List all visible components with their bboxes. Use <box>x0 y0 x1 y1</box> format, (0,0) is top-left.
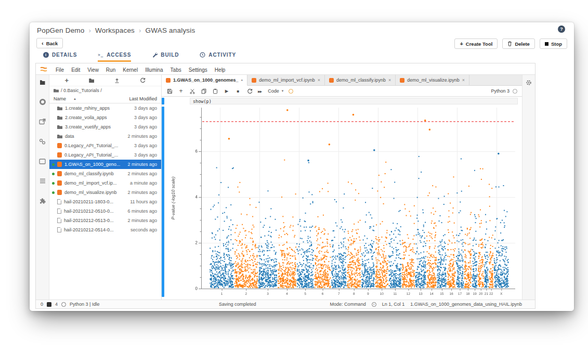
file-name: demo_ml_import_vcf.ip... <box>64 180 127 186</box>
file-row[interactable]: data2 minutes ago <box>49 132 161 141</box>
back-button[interactable]: ‹ Back <box>36 38 63 48</box>
file-modified: 2 minutes ago <box>127 171 157 176</box>
add-cell-icon[interactable]: + <box>178 88 184 94</box>
unsaved-dot-icon[interactable]: ● <box>241 79 243 82</box>
tab-build-label: BUILD <box>161 52 179 58</box>
notebook-tab[interactable]: 1.GWAS_on_1000_genomes_● <box>162 75 247 86</box>
running-kernels-icon[interactable] <box>38 98 47 106</box>
file-modified: seconds ago <box>130 227 157 232</box>
close-icon[interactable]: × <box>388 77 391 83</box>
cell-type-dropdown[interactable]: Code ▾ <box>268 88 283 94</box>
file-row[interactable]: hail-20210211-1803-0...11 hours ago <box>49 197 161 206</box>
stop-button[interactable]: Stop <box>540 38 567 49</box>
file-row[interactable]: demo_ml_classify.ipynb2 minutes ago <box>49 169 161 178</box>
breadcrumb-item[interactable]: PopGen Demo <box>37 27 85 34</box>
new-launcher-icon[interactable]: + <box>65 76 69 84</box>
file-row[interactable]: 2.create_voila_apps3 days ago <box>49 113 161 122</box>
menu-item-illumina[interactable]: Illumina <box>141 67 166 73</box>
extension-manager-icon[interactable] <box>38 197 47 205</box>
menu-item-file[interactable]: File <box>52 67 68 73</box>
left-sidebar-strip <box>36 75 49 300</box>
menu-item-settings[interactable]: Settings <box>185 67 211 73</box>
tab-build[interactable]: BUILD <box>152 52 179 62</box>
interrupt-kernel-icon[interactable]: ■ <box>235 88 241 94</box>
column-modified[interactable]: Last Modified <box>129 96 157 101</box>
file-name: 1.create_rshiny_apps <box>65 106 132 111</box>
property-inspector-icon[interactable] <box>38 137 47 146</box>
menu-item-view[interactable]: View <box>84 67 102 73</box>
notebook-tab[interactable]: demo_ml_classify.ipynb× <box>325 75 396 85</box>
running-dot-placeholder <box>52 201 55 203</box>
help-icon[interactable]: ? <box>558 25 565 33</box>
file-row[interactable]: hail-20210212-0513-0...2 minutes ago <box>49 216 161 225</box>
file-browser-header: Name ▲ Last Modified <box>49 95 161 103</box>
gear-icon[interactable] <box>525 79 533 87</box>
tab-details[interactable]: i DETAILS <box>43 52 77 62</box>
file-browser-breadcrumb[interactable]: / 0.Basic_Tutorials / <box>49 86 161 95</box>
file-browser-icon[interactable] <box>38 78 47 86</box>
close-icon[interactable]: × <box>318 77 320 83</box>
status-right: Mode: Command • Ln 1, Col 1 1.GWAS_on_10… <box>330 302 522 307</box>
menu-item-kernel[interactable]: Kernel <box>119 67 141 73</box>
table-of-contents-icon[interactable] <box>38 177 47 185</box>
info-icon: i <box>43 52 49 58</box>
right-sidebar-strip <box>522 75 535 300</box>
cut-cells-icon[interactable] <box>189 88 195 94</box>
file-row[interactable]: 1.create_rshiny_apps3 days ago <box>49 103 161 113</box>
file-row[interactable]: hail-20210212-0514-0...seconds ago <box>49 225 161 235</box>
cursor-position[interactable]: Ln 1, Col 1 <box>382 302 405 307</box>
launcher-icon[interactable] <box>38 118 47 126</box>
terminal-count[interactable]: 0 <box>41 302 43 307</box>
file-row[interactable]: 0.Legacy_API_Tutorial_...3 days ago <box>49 150 161 160</box>
kernel-name[interactable]: Python 3 <box>491 88 509 94</box>
column-name-label: Name <box>54 96 66 101</box>
create-tool-button[interactable]: + Create Tool <box>454 38 498 49</box>
cell-type-value: Code <box>268 88 279 94</box>
tab-details-label: DETAILS <box>52 52 77 58</box>
kernel-status-text[interactable]: Python 3 | Idle <box>70 302 99 307</box>
file-row[interactable]: hail-20210212-0510-0...6 minutes ago <box>49 206 161 216</box>
copy-cells-icon[interactable] <box>201 88 207 94</box>
menu-item-run[interactable]: Run <box>102 67 119 73</box>
menu-item-edit[interactable]: Edit <box>68 67 84 73</box>
tab-activity[interactable]: ACTIVITY <box>200 52 236 62</box>
file-row[interactable]: 3.create_vuetify_apps3 days ago <box>49 122 161 132</box>
code-cell-input[interactable]: show(p) <box>190 98 518 105</box>
menu-item-tabs[interactable]: Tabs <box>167 67 185 73</box>
file-name: hail-20210212-0513-0... <box>64 218 125 223</box>
kernel-count[interactable]: 4 <box>55 302 58 307</box>
mode-indicator[interactable]: Mode: Command <box>330 302 366 307</box>
run-all-icon[interactable]: ▶▶ <box>258 88 262 94</box>
save-icon[interactable] <box>166 88 173 94</box>
file-row[interactable]: demo_ml_visualize.ipynb2 minutes ago <box>49 188 161 197</box>
column-name[interactable]: Name ▲ <box>54 96 76 101</box>
tab-access[interactable]: >_ ACCESS <box>98 52 131 62</box>
chevron-down-icon: ▾ <box>282 89 284 93</box>
file-name: 1.GWAS_on_1000_geno... <box>64 162 125 167</box>
breadcrumb-item[interactable]: Workspaces <box>95 27 135 34</box>
running-dot-placeholder <box>52 107 55 110</box>
new-folder-icon[interactable] <box>89 78 94 83</box>
run-cell-icon[interactable]: ▶ <box>224 88 230 94</box>
notebook-tab[interactable]: demo_ml_visualize.ipynb× <box>396 75 469 85</box>
paste-cells-icon[interactable] <box>212 88 218 94</box>
open-tabs-icon[interactable] <box>38 157 47 165</box>
file-icon <box>57 209 61 214</box>
manhattan-plot[interactable] <box>168 106 519 300</box>
delete-button[interactable]: Delete <box>502 38 535 49</box>
file-row[interactable]: 1.GWAS_on_1000_geno...2 minutes ago <box>49 160 161 169</box>
file-row[interactable]: 0.Legacy_API_Tutorial_...3 days ago <box>49 141 161 150</box>
notebook-tab[interactable]: demo_ml_import_vcf.ipynb× <box>247 75 325 85</box>
menu-item-help[interactable]: Help <box>211 67 229 73</box>
restart-kernel-icon[interactable] <box>246 88 253 94</box>
selected-cell-output-bar[interactable] <box>162 107 164 297</box>
upload-icon[interactable] <box>114 78 120 83</box>
file-row[interactable]: demo_ml_import_vcf.ip...a minute ago <box>49 178 161 188</box>
jupyter-body: + / 0.Basic_Tutorials / Name ▲ <box>36 75 535 300</box>
refresh-icon[interactable] <box>140 77 146 83</box>
close-icon[interactable]: × <box>462 77 465 83</box>
selected-cell-bar[interactable] <box>162 98 164 105</box>
running-dot-placeholder <box>52 210 55 213</box>
notebook-content: show(p) <box>162 97 522 300</box>
notebook-icon <box>57 143 62 148</box>
